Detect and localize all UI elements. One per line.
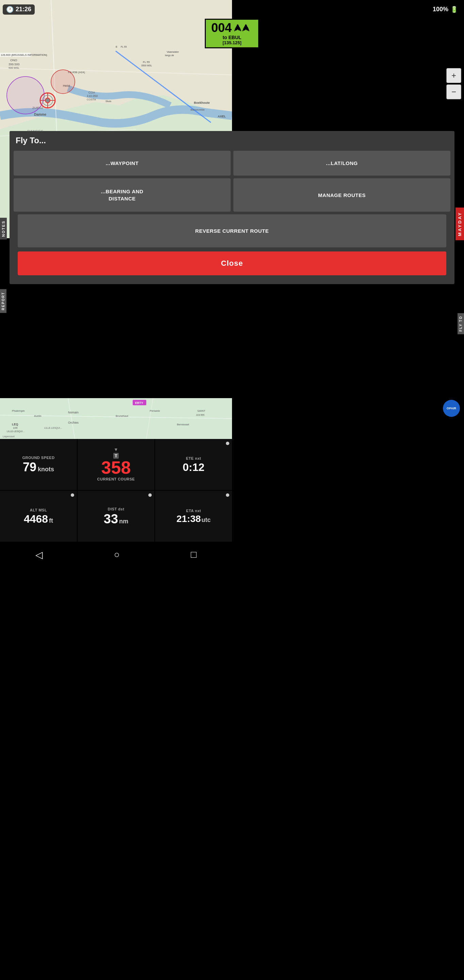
svg-point-36 — [46, 98, 50, 102]
svg-text:SAINT: SAINT — [197, 409, 205, 412]
svg-point-34 — [7, 76, 44, 114]
svg-text:LEQ: LEQ — [12, 423, 18, 426]
bottom-map: Phalempin Avelin LEQ 109 LILLE-LESQUI...… — [0, 398, 232, 439]
svg-text:FL 55: FL 55 — [121, 46, 127, 48]
svg-text:Nomain: Nomain — [68, 411, 79, 414]
ete-nxt-label: ETE nxt — [186, 456, 201, 460]
svg-text:Liepercourt: Liepercourt — [3, 435, 14, 438]
fly-to-buttons: ...WAYPOINT ...LAT/LONG ...BEARING ANDDI… — [10, 149, 232, 215]
svg-text:399.500: 399.500 — [8, 63, 20, 66]
svg-text:J19.555: J19.555 — [196, 414, 205, 416]
down-arrow-icon: ▼ — [114, 447, 118, 452]
time-value: 21:26 — [16, 6, 31, 13]
ground-speed-cell: GROUND SPEED 79 knots — [0, 439, 77, 490]
status-bar: 🕐 21:26 100% 🔋 — [0, 0, 232, 19]
svg-text:Avelin: Avelin — [34, 414, 41, 417]
svg-text:110.050: 110.050 — [87, 94, 98, 98]
svg-text:Phalempin: Phalempin — [12, 409, 25, 412]
waypoint-button[interactable]: ...WAYPOINT — [14, 151, 230, 176]
svg-text:Sluis: Sluis — [105, 100, 111, 103]
svg-text:E: E — [116, 45, 118, 48]
current-course-cell: ▼ T 358 CURRENT COURSE — [78, 439, 154, 490]
svg-text:COA: COA — [89, 91, 95, 94]
svg-text:COSTA: COSTA — [87, 98, 96, 101]
svg-point-33 — [51, 70, 75, 94]
svg-text:109: 109 — [13, 426, 18, 430]
svg-text:Vaarwater: Vaarwater — [167, 50, 179, 53]
svg-text:Bassevelde: Bassevelde — [191, 108, 205, 111]
waypoint-dest: to EBUL — [211, 35, 232, 40]
svg-text:AXEL: AXEL — [218, 115, 226, 118]
ground-speed-label: GROUND SPEED — [22, 456, 54, 460]
svg-text:126.600 (BRUSSELS INFORMATION): 126.600 (BRUSSELS INFORMATION) — [1, 53, 47, 56]
dest-name: to EBUL — [222, 35, 232, 40]
instrument-panel-top: GROUND SPEED 79 knots ▼ T 358 CURRENT CO… — [0, 439, 232, 490]
reverse-row: REVERSE CURRENT ROUTE — [10, 215, 232, 250]
waypoint-banner: 004 ⮝⮝ to EBUL [135.125] — [205, 19, 232, 48]
ete-nxt-value: 0:12 — [183, 462, 205, 473]
fly-to-dialog: Fly To... ...WAYPOINT ...LAT/LONG ...BEA… — [10, 131, 232, 284]
svg-text:langs de: langs de — [165, 54, 174, 57]
ground-speed-unit: knots — [38, 466, 54, 473]
waypoint-number: 004 ⮝⮝ — [211, 22, 232, 34]
ground-speed-value: 79 — [23, 461, 37, 473]
svg-text:ONO: ONO — [10, 59, 17, 62]
fly-to-title: Fly To... — [10, 131, 232, 149]
ete-dot-indicator — [226, 442, 229, 445]
svg-text:Brunehaut: Brunehaut — [116, 414, 129, 417]
notes-label[interactable]: NOTES — [0, 218, 7, 240]
current-course-value: 358 — [102, 459, 131, 476]
svg-text:Damme: Damme — [34, 113, 47, 116]
svg-text:LILLE-LESQUI...: LILLE-LESQUI... — [44, 427, 62, 430]
svg-text:FL 55: FL 55 — [143, 60, 150, 64]
report-label[interactable]: REPORT — [0, 289, 6, 313]
svg-text:Penwelz: Penwelz — [150, 409, 160, 412]
clock-icon: 🕐 — [6, 6, 14, 13]
svg-text:Bernissart: Bernissart — [177, 423, 189, 426]
svg-text:500 MSL: 500 MSL — [8, 66, 20, 69]
waypoint-freq: [135.125] — [211, 40, 232, 45]
close-row: Close — [10, 250, 232, 284]
reverse-route-button[interactable]: REVERSE CURRENT ROUTE — [18, 215, 232, 247]
svg-text:3500 MSL: 3500 MSL — [141, 64, 152, 67]
ete-nxt-cell: ETE nxt 0:12 — [155, 439, 232, 490]
svg-text:LILLE-LESQUI...: LILLE-LESQUI... — [7, 430, 24, 433]
time-display: 🕐 21:26 — [3, 5, 35, 14]
svg-text:EBTY: EBTY — [135, 401, 143, 404]
bearing-distance-button[interactable]: ...BEARING ANDDISTANCE — [14, 178, 230, 212]
close-button[interactable]: Close — [18, 251, 232, 275]
current-course-label: CURRENT COURSE — [97, 477, 135, 481]
waypoint-num-value: 004 — [211, 22, 232, 34]
svg-text:Boekhoute: Boekhoute — [194, 101, 210, 105]
svg-text:Orchies: Orchies — [68, 421, 79, 424]
